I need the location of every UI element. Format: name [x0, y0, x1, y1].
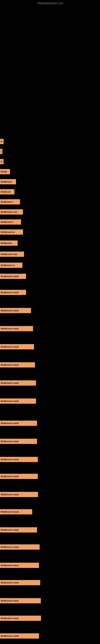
bottleneck-bar: Bottleneck	[0, 179, 16, 184]
site-title: TheBottlenecker.com	[37, 2, 63, 5]
bottleneck-bar: Bottleneck r	[0, 219, 21, 224]
bottleneck-bar: Bottleneck result	[0, 398, 36, 404]
bottleneck-bar: Bottleneck result	[0, 457, 38, 462]
bottleneck-bar: Bottleneck resu	[0, 252, 24, 257]
bottleneck-bar: Bottleneck result	[0, 544, 40, 550]
bottleneck-bar: Bottleneck result	[0, 492, 38, 497]
bottleneck-bar: Bottleneck result	[0, 420, 37, 426]
bottleneck-bar: Bottleneck result	[0, 598, 41, 603]
bottleneck-bar: Bottleneck result	[0, 326, 33, 331]
bottleneck-bar: Bottleneck result	[0, 474, 38, 479]
bottleneck-bar: Bottleneck result	[0, 616, 41, 621]
bottleneck-bar: Bottleneck result	[0, 344, 34, 349]
bottleneck-bar: B	[0, 139, 3, 144]
bottleneck-bar: Bottleneck result	[0, 290, 26, 295]
bottleneck-bar: |	[0, 149, 2, 154]
bottleneck-bar: Bottleneck result	[0, 439, 37, 444]
bottleneck-bar: Bottleneck result	[0, 362, 35, 368]
bottleneck-bar: Bottleneck result	[0, 563, 39, 568]
bottleneck-bar: Bottle	[0, 169, 10, 174]
bottleneck-bar: Bottlenec	[0, 189, 14, 194]
bottleneck-bar: Bottleneck result	[0, 274, 26, 279]
bottleneck-bar: Bottleneck result	[0, 308, 31, 313]
bottleneck-bar: Bottleneck r	[0, 199, 20, 204]
bottleneck-bar: Bottleneck result	[0, 527, 37, 532]
bottleneck-bar: Bottleneck result	[0, 380, 36, 386]
bottleneck-bar: B	[0, 159, 3, 164]
bottleneck-bar: Bottleneck	[0, 240, 18, 246]
bottleneck-bar: Bottleneck result	[0, 580, 40, 585]
bottleneck-bar: Bottleneck resu	[0, 209, 23, 214]
bottleneck-bar: Bottleneck result	[0, 633, 39, 638]
bottleneck-bar: Bottleneck re	[0, 263, 22, 268]
bottleneck-bar: Bottleneck result	[0, 509, 32, 514]
bottleneck-bar: Bottleneck re	[0, 230, 23, 235]
